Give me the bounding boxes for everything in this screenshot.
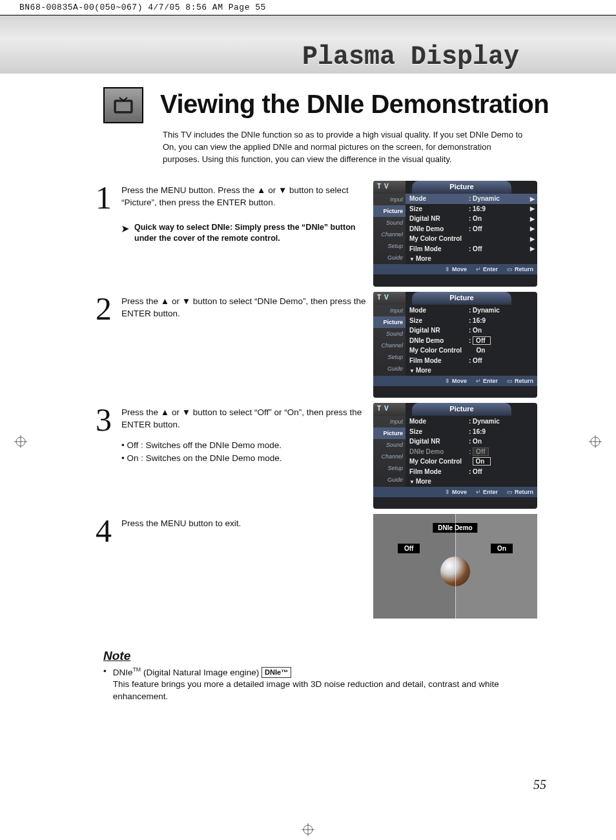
dnie-demo-preview: DNIe Demo Off On (373, 514, 537, 619)
quick-tip: ➤ Quick way to select DNIe: Simply press… (121, 222, 367, 244)
osd-screenshot-2: T V Picture InputPictureSoundChannelSetu… (373, 292, 537, 398)
crop-mark-icon (589, 435, 602, 448)
osd-side-channel: Channel (373, 229, 406, 240)
note-section: Note • DNIeTM (Digital Natural Image eng… (103, 649, 517, 703)
step-number: 3 (96, 403, 121, 509)
osd-return-hint: Return (507, 266, 533, 272)
step-3: 3 Press the ▲ or ▼ button to select “Off… (96, 403, 537, 509)
step-number: 2 (96, 292, 121, 398)
osd-side-sound: Sound (373, 217, 406, 229)
note-dnie-expansion: (Digital Natural Image engine) (141, 668, 262, 677)
osd-row-value: : Dynamic (469, 195, 528, 202)
steps-area: 1 Press the MENU button. Press the ▲ or … (96, 181, 537, 629)
osd-tv-label: T V (373, 181, 406, 194)
demo-off-label: Off (398, 544, 420, 553)
osd-side-guide: Guide (373, 252, 406, 263)
step-text: Press the ▲ or ▼ button to select “Off” … (121, 407, 367, 431)
osd-tab-picture: Picture (412, 181, 511, 194)
chevron-right-icon: ➤ (121, 222, 129, 244)
osd-sidebar: Input Picture Sound Channel Setup Guide (373, 194, 406, 264)
osd-row-label: Mode (409, 195, 469, 202)
quick-tip-text: Quick way to select DNIe: Simply press t… (134, 222, 367, 244)
crop-mark-icon (302, 823, 314, 836)
svg-rect-1 (116, 102, 130, 111)
note-dnie-name: DNIe (113, 668, 133, 677)
crop-mark-icon (14, 435, 27, 448)
step-text: Press the MENU button to exit. (121, 518, 367, 530)
demo-title-label: DNIe Demo (433, 523, 477, 533)
osd-screenshot-3: T V Picture InputPictureSoundChannelSetu… (373, 403, 537, 509)
osd-side-input: Input (373, 194, 406, 205)
bullet: • (103, 666, 107, 703)
osd-move-hint: Move (445, 266, 467, 272)
osd-screenshot-1: T V Picture Input Picture Sound Channel … (373, 181, 537, 287)
intro-text: This TV includes the DNIe function so as… (163, 129, 524, 166)
osd-bottom-bar: Move Enter Return (373, 264, 537, 274)
soccer-ball-icon (440, 557, 470, 586)
step-number: 4 (96, 514, 121, 624)
step-2: 2 Press the ▲ or ▼ button to select “DNI… (96, 292, 537, 398)
osd-side-setup: Setup (373, 240, 406, 252)
note-heading: Note (103, 649, 517, 663)
step-bullets: • Off : Switches off the DNIe Demo mode.… (121, 439, 367, 466)
chevron-right-icon: ▶ (528, 196, 535, 202)
note-description: This feature brings you more a detailed … (113, 679, 499, 701)
osd-side-picture: Picture (373, 205, 406, 217)
osd-enter-hint: Enter (476, 266, 498, 272)
plasma-display-label: Plasma Display (302, 43, 519, 72)
step-4: 4 Press the MENU button to exit. DNIe De… (96, 514, 537, 624)
demo-on-label: On (491, 544, 513, 553)
bullet-item: Off : Switches off the DNIe Demo mode. (127, 440, 282, 450)
page-title: Viewing the DNIe Demonstration (160, 90, 549, 119)
page-number: 55 (533, 777, 546, 792)
dnie-badge: DNIe™ (262, 667, 291, 678)
printer-mark: BN68-00835A-00(050~067) 4/7/05 8:56 AM P… (0, 0, 616, 15)
tv-icon (103, 87, 143, 123)
bullet-item: On : Switches on the DNIe Demo mode. (127, 453, 282, 463)
step-1: 1 Press the MENU button. Press the ▲ or … (96, 181, 537, 287)
osd-main: Mode : Dynamic ▶ Size: 16:9▶ Digital NR:… (406, 194, 537, 264)
step-number: 1 (96, 181, 121, 287)
step-text: Press the ▲ or ▼ button to select “DNIe … (121, 296, 367, 320)
step-text: Press the MENU button. Press the ▲ or ▼ … (121, 185, 367, 209)
